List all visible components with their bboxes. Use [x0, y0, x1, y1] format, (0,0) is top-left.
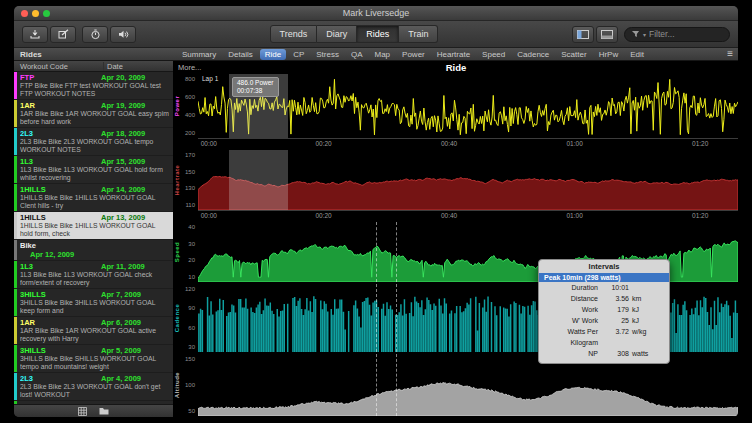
tab-cp[interactable]: CP	[288, 49, 309, 60]
stat-label: NP	[544, 348, 598, 359]
axis-title-altitude: Altitude	[174, 372, 180, 398]
x-axis: 00:0000:2000:4001:0001:20	[198, 138, 738, 148]
ride-list-item[interactable]: 2L3Apr 4, 20092L3 Bike Bike 2L3 WORKOUT …	[14, 373, 173, 401]
folder-icon[interactable]	[99, 407, 109, 415]
zoom-button[interactable]	[43, 10, 50, 17]
body-row: Workout Code Date FTPApr 20, 2009FTP Bik…	[14, 61, 738, 417]
stat-label: Watts Per Kilogram	[544, 326, 598, 348]
more-link[interactable]: More...	[174, 63, 201, 72]
compose-icon	[58, 29, 69, 39]
column-date[interactable]: Date	[103, 62, 173, 71]
plot-power[interactable]: Lap 1486.0 Power00:07:38	[198, 74, 738, 138]
toggle-lowbar-button[interactable]	[596, 26, 618, 43]
ride-detail: 2L3 Bike Bike 2L3 WORKOUT GOAL tempo WOR…	[20, 138, 169, 154]
tab-summary[interactable]: Summary	[177, 49, 221, 60]
tab-speed[interactable]: Speed	[477, 49, 510, 60]
tab-scatter[interactable]: Scatter	[556, 49, 591, 60]
ride-list-item[interactable]: 3HILLSApr 5, 20093HILLS Bike Bike SHILLS…	[14, 345, 173, 373]
window-title: Mark Liversedge	[14, 8, 738, 18]
axis-title-cadence: Cadence	[174, 304, 180, 333]
minimize-button[interactable]	[32, 10, 39, 17]
interval-stat-row: NP308watts	[539, 348, 669, 359]
tab-cadence[interactable]: Cadence	[512, 49, 554, 60]
ride-date: Apr 5, 2009	[101, 346, 169, 355]
close-button[interactable]	[21, 10, 28, 17]
sidebar-footer	[14, 404, 173, 417]
interval-stat-row: W' Work25kJ	[539, 315, 669, 326]
download-icon	[29, 29, 41, 39]
ride-list-item[interactable]: 1ARApr 19, 20091AR Bike Bike 1AR WORKOUT…	[14, 100, 173, 128]
y-tick-label: 200	[185, 130, 195, 136]
x-tick-label: 01:00	[567, 212, 583, 219]
menu-icon[interactable]: ≡	[722, 48, 738, 60]
tab-power[interactable]: Power	[397, 49, 430, 60]
chart-panel-power[interactable]: Power800600400200Lap 1486.0 Power00:07:3…	[174, 74, 738, 138]
ride-list-item[interactable]: BikeApr 12, 2009	[14, 240, 173, 261]
tab-stress[interactable]: Stress	[311, 49, 344, 60]
column-workout-code[interactable]: Workout Code	[14, 62, 103, 71]
workout-code: 1HILLS	[20, 185, 101, 194]
ride-list-item[interactable]: 1HILLSApr 13, 20091HILLS Bike Bike 1HILL…	[14, 212, 173, 240]
popup-title: Intervals	[539, 260, 669, 273]
y-tick-label: 60	[188, 325, 195, 331]
y-tick-label: 120	[185, 286, 195, 292]
chart-panel-heartrate[interactable]: Heartrate170150130110	[174, 150, 738, 210]
workout-code: 1AR	[20, 318, 101, 327]
view-diary[interactable]: Diary	[317, 25, 357, 43]
x-tick-label: 00:20	[315, 140, 331, 147]
tab-hrpw[interactable]: HrPw	[594, 49, 624, 60]
ride-list-item[interactable]: 1L3Apr 15, 20091L3 Bike Bike 1L3 WORKOUT…	[14, 156, 173, 184]
y-tick-label: 40	[188, 224, 195, 230]
audio-button[interactable]	[110, 26, 136, 43]
workout-code: 2L3	[20, 129, 101, 138]
ride-date: Apr 20, 2009	[101, 73, 169, 82]
chart-area: Ride More... Power800600400200Lap 1486.0…	[174, 61, 738, 417]
ride-list-item[interactable]: 1ARApr 6, 20091AR Bike Bike 1AR WORKOUT …	[14, 317, 173, 345]
selected-interval[interactable]: Peak 10min (298 watts)	[539, 273, 669, 282]
charts-stack: Power800600400200Lap 1486.0 Power00:07:3…	[174, 74, 738, 417]
y-tick-label: 150	[185, 169, 195, 175]
view-train[interactable]: Train	[399, 25, 438, 43]
ride-detail: 3HILLS Bike Bike SHILLS WORKOUT GOAL tem…	[20, 355, 169, 371]
tooltip-value: 486.0 Power	[237, 79, 274, 87]
plot-heartrate[interactable]	[198, 150, 738, 210]
tab-edit[interactable]: Edit	[625, 49, 649, 60]
tab-details[interactable]: Details	[223, 49, 257, 60]
stat-unit	[632, 282, 664, 293]
interval-stat-row: Duration10:01	[539, 282, 669, 293]
y-tick-label: 100	[185, 382, 195, 388]
ride-detail: FTP Bike Bike FTP test WORKOUT GOAL test…	[20, 82, 169, 98]
interval-marker-line	[376, 354, 377, 416]
x-tick-label: 00:40	[441, 140, 457, 147]
lap-label: Lap 1	[202, 75, 218, 82]
chart-header: Ride More...	[174, 61, 738, 74]
intervals-tool-button[interactable]	[82, 26, 108, 43]
workout-code: 1AR	[20, 101, 101, 110]
ride-list-item[interactable]: 2L3Apr 18, 20092L3 Bike Bike 2L3 WORKOUT…	[14, 128, 173, 156]
ride-date: Apr 14, 2009	[101, 185, 169, 194]
y-tick-label: 110	[185, 202, 195, 208]
interval-stat-row: Work179kJ	[539, 304, 669, 315]
toggle-sidebar-button[interactable]	[572, 26, 594, 43]
header-row: Rides SummaryDetailsRideCPStressQAMapPow…	[14, 48, 738, 61]
grid-view-icon[interactable]	[78, 407, 87, 416]
tab-heartrate[interactable]: Heartrate	[432, 49, 475, 60]
tab-ride[interactable]: Ride	[260, 49, 286, 60]
view-rides[interactable]: Rides	[357, 25, 399, 43]
download-button[interactable]	[22, 26, 48, 43]
ride-date: Apr 7, 2009	[101, 290, 169, 299]
interval-stats: Duration10:01Distance3.56kmWork179kJW' W…	[539, 282, 669, 359]
speaker-icon	[118, 30, 129, 39]
ride-list-item[interactable]: 1HILLSApr 14, 20091HILLS Bike Bike 1HILL…	[14, 184, 173, 212]
ride-list-item[interactable]: FTPApr 20, 2009FTP Bike Bike FTP test WO…	[14, 72, 173, 100]
tab-map[interactable]: Map	[370, 49, 396, 60]
view-trends[interactable]: Trends	[270, 25, 318, 43]
workout-code: 2L3	[20, 374, 101, 383]
ride-list-item[interactable]: 3HILLSApr 7, 20093HILLS Bike Bike 3HILLS…	[14, 289, 173, 317]
compose-button[interactable]	[50, 26, 76, 43]
tab-qa[interactable]: QA	[346, 49, 368, 60]
ride-list-item[interactable]: 1L3Apr 11, 20091L3 Bike Bike 1L3 WORKOUT…	[14, 261, 173, 289]
filter-input[interactable]: ▾ Filter...	[624, 27, 730, 42]
stat-label: Work	[544, 304, 598, 315]
x-tick-label: 00:40	[441, 212, 457, 219]
